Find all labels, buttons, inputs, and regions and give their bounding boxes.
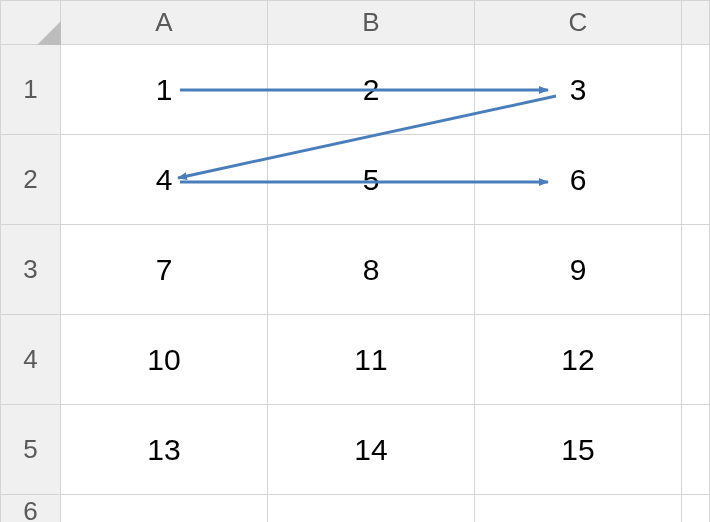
cell-D3[interactable] xyxy=(682,225,710,315)
row-6: 6 xyxy=(1,495,710,523)
col-header-C[interactable]: C xyxy=(475,1,682,45)
cell-D6[interactable] xyxy=(682,495,710,523)
column-header-row: A B C xyxy=(1,1,710,45)
row-header-2[interactable]: 2 xyxy=(1,135,61,225)
row-header-6[interactable]: 6 xyxy=(1,495,61,523)
col-header-next[interactable] xyxy=(682,1,710,45)
cell-D2[interactable] xyxy=(682,135,710,225)
cell-B2[interactable]: 5 xyxy=(268,135,475,225)
svg-marker-0 xyxy=(37,21,61,45)
cell-B1[interactable]: 2 xyxy=(268,45,475,135)
cell-D4[interactable] xyxy=(682,315,710,405)
row-4: 4 10 11 12 xyxy=(1,315,710,405)
cell-A6[interactable] xyxy=(61,495,268,523)
cell-D5[interactable] xyxy=(682,405,710,495)
col-header-A[interactable]: A xyxy=(61,1,268,45)
row-3: 3 7 8 9 xyxy=(1,225,710,315)
row-header-4[interactable]: 4 xyxy=(1,315,61,405)
cell-C4[interactable]: 12 xyxy=(475,315,682,405)
cell-C2[interactable]: 6 xyxy=(475,135,682,225)
cell-A5[interactable]: 13 xyxy=(61,405,268,495)
cell-B6[interactable] xyxy=(268,495,475,523)
cell-C5[interactable]: 15 xyxy=(475,405,682,495)
cell-C6[interactable] xyxy=(475,495,682,523)
cell-D1[interactable] xyxy=(682,45,710,135)
cell-A3[interactable]: 7 xyxy=(61,225,268,315)
cell-A2[interactable]: 4 xyxy=(61,135,268,225)
cell-B5[interactable]: 14 xyxy=(268,405,475,495)
grid[interactable]: A B C 1 1 2 3 2 4 5 6 3 7 xyxy=(0,0,710,522)
cell-B3[interactable]: 8 xyxy=(268,225,475,315)
cell-A4[interactable]: 10 xyxy=(61,315,268,405)
cell-C3[interactable]: 9 xyxy=(475,225,682,315)
row-1: 1 1 2 3 xyxy=(1,45,710,135)
row-header-3[interactable]: 3 xyxy=(1,225,61,315)
cell-C1[interactable]: 3 xyxy=(475,45,682,135)
row-header-5[interactable]: 5 xyxy=(1,405,61,495)
row-2: 2 4 5 6 xyxy=(1,135,710,225)
cell-B4[interactable]: 11 xyxy=(268,315,475,405)
col-header-B[interactable]: B xyxy=(268,1,475,45)
select-all-triangle-icon xyxy=(37,21,61,45)
row-5: 5 13 14 15 xyxy=(1,405,710,495)
spreadsheet: A B C 1 1 2 3 2 4 5 6 3 7 xyxy=(0,0,710,522)
cell-A1[interactable]: 1 xyxy=(61,45,268,135)
row-header-1[interactable]: 1 xyxy=(1,45,61,135)
select-all-corner[interactable] xyxy=(1,1,61,45)
